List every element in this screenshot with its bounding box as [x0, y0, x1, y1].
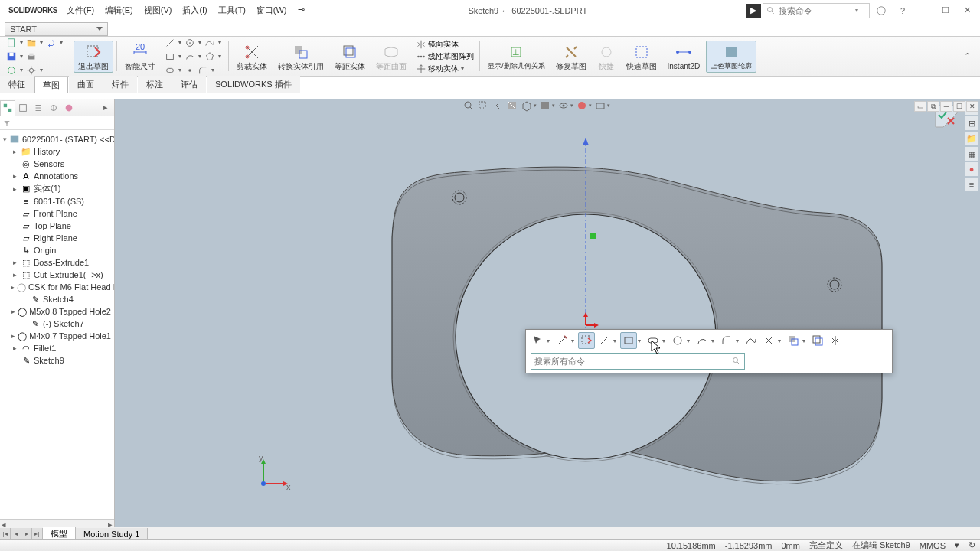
trim-entities-button[interactable]: 剪裁实体 [232, 41, 272, 73]
tab-sketch[interactable]: 草图 [34, 77, 68, 93]
login-button[interactable] [871, 2, 891, 19]
menu-view[interactable]: 视图(V) [139, 2, 178, 19]
previous-view-icon[interactable] [492, 99, 504, 112]
ctx-arc-icon[interactable] [694, 332, 710, 349]
repair-sketch-button[interactable]: 修复草图 [551, 41, 591, 73]
exit-sketch-button[interactable]: 退出草图 [74, 41, 113, 73]
section-view-icon[interactable] [506, 99, 518, 112]
tree-fillet1[interactable]: ▸◠Fillet1 [2, 342, 113, 354]
status-flyout[interactable]: ▾ [955, 540, 959, 550]
point-icon[interactable] [184, 64, 196, 77]
feature-tree[interactable]: ▾60225001- (START) <<Default ▸📁History ◎… [0, 130, 114, 519]
viewport-max-button[interactable]: ☐ [953, 101, 965, 112]
ctx-select-icon[interactable] [529, 332, 546, 349]
open-icon[interactable] [25, 37, 38, 49]
tree-annotations[interactable]: ▸AAnnotations [2, 170, 113, 182]
menu-window[interactable]: 窗口(W) [251, 2, 292, 19]
tree-csk[interactable]: ▸◯CSK for M6 Flat Head Mac [2, 281, 113, 293]
tab-surfaces[interactable]: 曲面 [69, 76, 103, 93]
smart-dimension-button[interactable]: 20 智能尺寸 [120, 41, 160, 73]
edit-appearance-icon[interactable] [576, 99, 588, 112]
command-search[interactable]: ▾ [763, 3, 870, 18]
spline-icon[interactable] [204, 37, 216, 49]
mirror-icon[interactable] [415, 38, 427, 51]
tree-material[interactable]: ≡6061-T6 (SS) [2, 195, 113, 207]
shaded-sketch-button[interactable]: 上色草图轮廓 [706, 41, 756, 73]
move-entities-icon[interactable] [415, 63, 427, 75]
taskpane-appearance-icon[interactable]: ● [965, 162, 978, 176]
tree-origin[interactable]: ↳Origin [2, 244, 113, 256]
tree-front-plane[interactable]: ▱Front Plane [2, 207, 113, 220]
tree-sketch4[interactable]: ✎Sketch4 [2, 293, 113, 305]
rebuild-icon[interactable] [5, 64, 18, 77]
ctx-mirror-icon[interactable] [827, 332, 844, 349]
ctx-line-icon[interactable] [596, 332, 612, 349]
new-dropdown[interactable]: ▾ [18, 39, 24, 46]
line-icon[interactable] [164, 37, 176, 49]
arc-icon[interactable] [184, 51, 196, 63]
undo-dropdown[interactable]: ▾ [58, 39, 64, 46]
options-dropdown[interactable]: ▾ [38, 67, 44, 73]
zoom-area-icon[interactable] [477, 99, 489, 112]
mirror-label[interactable]: 镜向实体 [428, 39, 459, 50]
taskpane-resources-icon[interactable]: ⊞ [965, 116, 978, 130]
play-button[interactable]: ▶ [746, 4, 761, 18]
tree-expand-arrow[interactable]: ▸ [103, 103, 114, 112]
instant2d-button[interactable]: Instant2D [663, 41, 705, 73]
save-icon[interactable] [5, 51, 18, 63]
display-relations-button[interactable]: ⊥ 显示/删除几何关系 [483, 41, 550, 73]
ctx-search-input[interactable] [534, 357, 732, 366]
graphics-viewport[interactable]: ⌂ ⊞ 📁 ▦ ● ≡ [115, 99, 980, 530]
tree-right-plane[interactable]: ▱Right Plane [2, 232, 113, 244]
view-orient-icon[interactable] [521, 99, 533, 112]
tab-weldments[interactable]: 焊件 [103, 76, 137, 93]
config-manager-tab[interactable] [31, 100, 46, 116]
move-label[interactable]: 移动实体 [428, 64, 459, 74]
tree-hole1[interactable]: ▸◯M4x0.7 Tapped Hole1 [2, 330, 113, 342]
tree-solid-bodies[interactable]: ▸▣实体(1) [2, 182, 113, 195]
ctx-trim-icon[interactable] [760, 332, 777, 349]
ctx-spline-icon[interactable] [743, 332, 760, 349]
ctx-exit-sketch-icon[interactable] [578, 332, 595, 349]
tree-history[interactable]: ▸📁History [2, 145, 113, 158]
viewport-link-button[interactable]: ⧉ [927, 101, 939, 112]
tree-filter[interactable] [0, 116, 114, 130]
ctx-convert-icon[interactable] [785, 332, 802, 349]
linear-pattern-label[interactable]: 线性草图阵列 [428, 51, 474, 62]
menu-file[interactable]: 文件(F) [61, 2, 100, 19]
taskpane-library-icon[interactable]: 📁 [965, 132, 978, 145]
ctx-fillet-icon[interactable] [718, 332, 735, 349]
viewport-close-button[interactable]: ✕ [966, 101, 978, 112]
tree-root[interactable]: ▾60225001- (START) <<Default [2, 133, 113, 145]
tab-addins[interactable]: SOLIDWORKS 插件 [207, 76, 300, 93]
tree-cut-extrude1[interactable]: ▸⬚Cut-Extrude1( ->x) [2, 269, 113, 281]
ctx-circle-icon[interactable] [669, 332, 686, 349]
menu-tools[interactable]: 工具(T) [213, 2, 251, 19]
apply-scene-icon[interactable] [594, 99, 606, 112]
ctx-search-box[interactable] [531, 353, 745, 370]
tree-top-plane[interactable]: ▱Top Plane [2, 220, 113, 232]
new-icon[interactable] [5, 37, 18, 49]
linear-pattern-icon[interactable] [415, 51, 427, 63]
command-search-input[interactable] [779, 6, 855, 15]
print-icon[interactable] [25, 51, 38, 63]
fillet-icon[interactable] [197, 64, 209, 77]
display-style-icon[interactable] [539, 99, 551, 112]
status-rebuild-icon[interactable]: ↻ [969, 540, 975, 550]
status-units[interactable]: MMGS [920, 541, 946, 550]
ctx-slot-icon[interactable] [645, 332, 662, 349]
display-manager-tab[interactable] [61, 100, 77, 116]
open-dropdown[interactable]: ▾ [38, 39, 44, 46]
slot-icon[interactable] [164, 64, 176, 77]
minimize-button[interactable]: ─ [914, 2, 934, 19]
tree-boss-extrude1[interactable]: ▸⬚Boss-Extrude1 [2, 256, 113, 269]
tab-features[interactable]: 特征 [0, 76, 34, 93]
tab-evaluate[interactable]: 评估 [172, 76, 206, 93]
dimxpert-tab[interactable] [46, 100, 61, 116]
property-manager-tab[interactable] [15, 100, 31, 116]
viewport-single-button[interactable]: ▭ [914, 101, 926, 112]
rectangle-icon[interactable] [164, 51, 176, 63]
config-selector[interactable]: START [5, 22, 108, 36]
feature-tree-tab[interactable] [0, 100, 15, 116]
taskpane-props-icon[interactable]: ≡ [965, 178, 978, 191]
